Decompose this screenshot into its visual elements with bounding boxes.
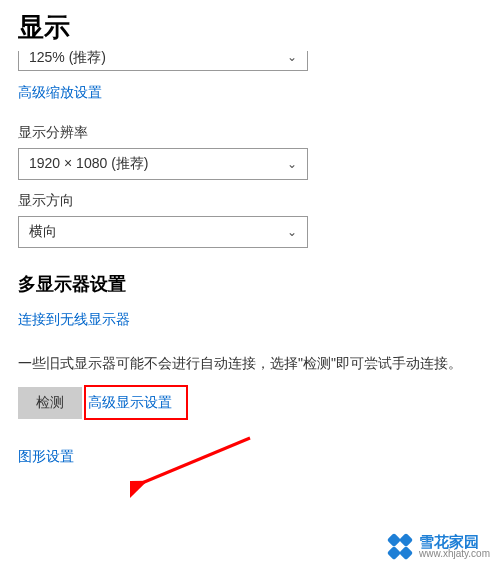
resolution-label: 显示分辨率: [18, 124, 482, 142]
scaling-value: 125% (推荐): [29, 51, 106, 63]
graphics-settings-link[interactable]: 图形设置: [18, 448, 74, 466]
connect-wireless-link[interactable]: 连接到无线显示器: [18, 311, 130, 329]
orientation-label: 显示方向: [18, 192, 482, 210]
page-title: 显示: [18, 10, 482, 45]
scaling-dropdown[interactable]: 125% (推荐) ⌄: [18, 51, 308, 71]
resolution-value: 1920 × 1080 (推荐): [29, 155, 148, 173]
detect-description: 一些旧式显示器可能不会进行自动连接，选择"检测"即可尝试手动连接。: [18, 355, 482, 373]
advanced-display-link[interactable]: 高级显示设置: [88, 394, 172, 412]
chevron-down-icon: ⌄: [287, 157, 297, 171]
advanced-scaling-link[interactable]: 高级缩放设置: [18, 84, 102, 102]
orientation-value: 横向: [29, 223, 57, 241]
detect-button[interactable]: 检测: [18, 387, 82, 419]
orientation-dropdown[interactable]: 横向 ⌄: [18, 216, 308, 248]
chevron-down-icon: ⌄: [287, 225, 297, 239]
watermark-title: 雪花家园: [419, 534, 490, 549]
watermark: 雪花家园 www.xhjaty.com: [389, 534, 490, 559]
multi-display-title: 多显示器设置: [18, 272, 482, 296]
resolution-dropdown[interactable]: 1920 × 1080 (推荐) ⌄: [18, 148, 308, 180]
chevron-down-icon: ⌄: [287, 51, 297, 63]
watermark-icon: [389, 535, 413, 559]
watermark-url: www.xhjaty.com: [419, 549, 490, 559]
highlight-annotation: 高级显示设置: [84, 385, 188, 420]
